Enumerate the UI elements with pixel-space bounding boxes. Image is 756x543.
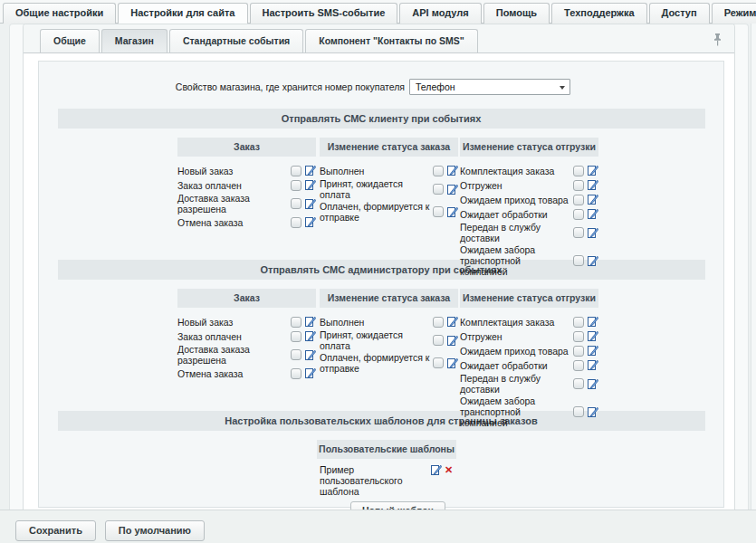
edit-template-icon[interactable]: [446, 316, 458, 328]
event-checkbox[interactable]: [573, 317, 584, 328]
event-checkbox[interactable]: [433, 184, 444, 195]
event-row: Заказ оплачен: [177, 178, 316, 192]
new-template-button[interactable]: Новый шаблон: [350, 501, 445, 510]
column-order-status: Изменение статуса заказа Выполнен: [320, 289, 458, 375]
event-checkbox[interactable]: [291, 331, 301, 342]
event-checkbox[interactable]: [573, 180, 584, 191]
event-checkbox[interactable]: [573, 406, 584, 417]
event-checkbox[interactable]: [573, 346, 584, 357]
event-label: Комплектация заказа: [460, 317, 573, 328]
top-tab-label: Общие настройки: [15, 7, 103, 18]
top-tab[interactable]: Режим отладки: [712, 3, 756, 24]
event-list: Новый заказ Заказ оплачен: [177, 315, 316, 380]
event-label: Отгружен: [460, 180, 573, 191]
event-checkbox[interactable]: [291, 317, 301, 328]
edit-template-icon[interactable]: [304, 330, 316, 342]
event-checkbox[interactable]: [573, 166, 584, 176]
event-checkbox[interactable]: [433, 357, 444, 368]
buyer-phone-property-row: Свойство магазина, где хранится номер по…: [39, 76, 723, 98]
top-tab[interactable]: Настроить SMS-событие: [250, 3, 398, 24]
edit-template-icon[interactable]: [446, 357, 458, 369]
edit-template-icon[interactable]: [587, 330, 598, 342]
user-template-row: Пример пользовательского шаблона ✕: [320, 464, 492, 497]
edit-template-icon[interactable]: [587, 359, 598, 371]
event-checkbox[interactable]: [573, 331, 584, 342]
top-tab[interactable]: API модуля: [399, 3, 481, 24]
sub-tab[interactable]: Стандартные события: [169, 29, 303, 52]
top-tab[interactable]: Настройки для сайта: [118, 3, 247, 24]
top-tab[interactable]: Общие настройки: [3, 3, 116, 24]
event-checkbox[interactable]: [291, 217, 301, 228]
sub-tab[interactable]: Магазин: [101, 29, 167, 52]
edit-template-icon[interactable]: [587, 378, 598, 390]
edit-template-icon[interactable]: [587, 165, 598, 176]
edit-template-icon[interactable]: [587, 406, 598, 418]
edit-template-icon[interactable]: [446, 184, 458, 195]
sub-tab-label: Стандартные события: [183, 35, 290, 46]
event-row: Доставка заказа разрешена: [177, 344, 316, 366]
column-header: Изменение статуса отгрузки: [460, 289, 598, 308]
edit-template-icon[interactable]: [446, 206, 458, 218]
event-checkbox[interactable]: [291, 166, 301, 176]
edit-template-icon[interactable]: [587, 179, 598, 191]
edit-template-icon[interactable]: [587, 316, 598, 328]
buyer-phone-select-value: Телефон: [416, 81, 455, 92]
column-shipment-status: Изменение статуса отгрузки Комплектация …: [460, 138, 598, 278]
event-checkbox[interactable]: [433, 317, 444, 328]
event-checkbox[interactable]: [573, 360, 584, 371]
sub-tab-strip: Общие Магазин Стандартные события Компон…: [24, 24, 734, 53]
event-row: Выполнен: [320, 315, 458, 329]
sub-tab[interactable]: Общие: [40, 29, 100, 52]
event-checkbox[interactable]: [573, 378, 584, 389]
edit-template-icon[interactable]: [304, 198, 316, 210]
column-order-status: Изменение статуса заказа Выполнен: [320, 138, 458, 224]
event-checkbox[interactable]: [433, 335, 444, 346]
footer-bar: Сохранить По умолчанию: [0, 510, 756, 543]
edit-template-icon[interactable]: [446, 335, 458, 347]
event-row: Отгружен: [460, 329, 598, 343]
event-row: Новый заказ: [177, 315, 316, 329]
edit-template-icon[interactable]: [430, 464, 442, 476]
edit-template-icon[interactable]: [446, 165, 458, 176]
edit-template-icon[interactable]: [304, 216, 316, 228]
edit-template-icon[interactable]: [304, 165, 316, 176]
delete-template-icon[interactable]: ✕: [445, 464, 453, 476]
event-label: Доставка заказа разрешена: [177, 344, 291, 366]
event-checkbox[interactable]: [573, 227, 584, 238]
edit-template-icon[interactable]: [304, 179, 316, 191]
event-row: Ожидаем забора транспортной компанией: [460, 395, 598, 428]
top-tab[interactable]: Доступ: [649, 3, 710, 24]
event-checkbox[interactable]: [291, 368, 301, 379]
top-tab-label: Техподдержка: [564, 7, 635, 18]
event-checkbox[interactable]: [291, 180, 301, 191]
top-tab[interactable]: Помощь: [483, 3, 550, 24]
event-checkbox[interactable]: [291, 349, 301, 360]
event-label: Ожидаем приход товара: [460, 346, 573, 357]
event-row: Ожидает обработки: [460, 207, 598, 221]
edit-template-icon[interactable]: [304, 316, 316, 328]
save-button[interactable]: Сохранить: [15, 520, 96, 541]
event-row: Выполнен: [320, 164, 458, 177]
edit-template-icon[interactable]: [587, 227, 598, 239]
sub-tab[interactable]: Компонент "Контакты по SMS": [305, 29, 478, 52]
edit-template-icon[interactable]: [304, 367, 316, 379]
edit-template-icon[interactable]: [587, 194, 598, 205]
edit-template-icon[interactable]: [587, 255, 598, 267]
edit-template-icon[interactable]: [587, 345, 598, 357]
default-button[interactable]: По умолчанию: [105, 520, 205, 541]
event-label: Заказ оплачен: [177, 331, 291, 342]
event-checkbox[interactable]: [573, 195, 584, 205]
edit-template-icon[interactable]: [587, 208, 598, 220]
event-checkbox[interactable]: [291, 198, 301, 209]
event-label: Оплачен, формируется к отправке: [320, 201, 433, 223]
sub-tab-label: Компонент "Контакты по SMS": [319, 35, 464, 46]
event-checkbox[interactable]: [573, 209, 584, 220]
event-checkbox[interactable]: [433, 206, 444, 217]
buyer-phone-select[interactable]: Телефон: [409, 79, 570, 95]
event-checkbox[interactable]: [573, 255, 584, 266]
event-checkbox[interactable]: [433, 166, 444, 176]
edit-template-icon[interactable]: [304, 349, 316, 361]
pin-icon[interactable]: [713, 33, 722, 46]
top-tab[interactable]: Техподдержка: [551, 3, 647, 24]
top-tabs: Общие настройки Настройки для сайта Наст…: [0, 0, 756, 24]
